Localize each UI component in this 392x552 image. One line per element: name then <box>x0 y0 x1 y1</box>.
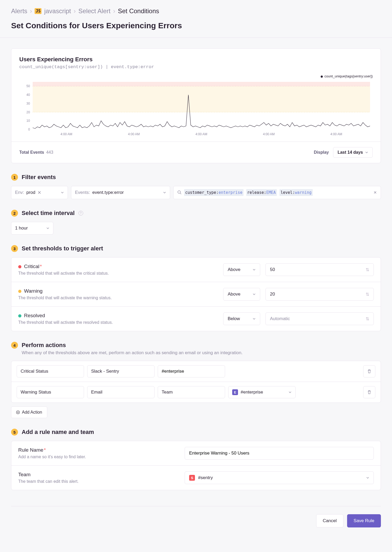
svg-text:30: 30 <box>26 102 30 105</box>
step-number-2: 2 <box>11 210 18 217</box>
help-icon[interactable]: ? <box>78 211 83 216</box>
trash-icon <box>367 369 371 373</box>
trash-icon <box>367 390 371 394</box>
threshold-row-resolved: Resolved The threshold that will activat… <box>11 306 381 331</box>
page-title: Set Conditions for Users Experiencing Er… <box>11 21 381 38</box>
chevron-down-icon <box>163 191 166 194</box>
chevron-down-icon <box>253 293 256 296</box>
thresholds-panel: Critical* The threshold that will activa… <box>11 257 381 331</box>
svg-text:20: 20 <box>26 110 30 114</box>
action-target-input[interactable] <box>158 365 225 377</box>
delete-action-button[interactable] <box>363 365 375 377</box>
action-row-1: Critical Status Slack - Sentry <box>11 361 381 382</box>
chart-legend: count_unique(tags[sentry:user]) <box>19 74 373 78</box>
resolved-direction-select[interactable]: Below <box>223 312 260 325</box>
critical-value-input[interactable]: ⇅ <box>265 263 374 276</box>
step-number-3: 3 <box>11 245 18 252</box>
stepper-icon[interactable]: ⇅ <box>366 292 369 297</box>
clear-icon[interactable]: ✕ <box>374 190 377 195</box>
chevron-down-icon <box>75 370 80 373</box>
step-number-4: 4 <box>11 342 18 349</box>
events-select[interactable]: Events: event.type:error <box>71 186 170 199</box>
threshold-row-critical: Critical* The threshold that will activa… <box>11 258 381 282</box>
clear-icon[interactable]: ✕ <box>38 190 41 195</box>
chevron-down-icon <box>75 391 80 394</box>
dot-green-icon <box>18 314 21 317</box>
footer-actions: Cancel Save Rule <box>11 506 381 527</box>
action-status-select[interactable]: Warning Status <box>17 386 84 398</box>
env-select[interactable]: Env: prod ✕ <box>11 186 68 199</box>
chevron-right-icon: › <box>74 7 76 15</box>
chevron-down-icon <box>146 370 151 373</box>
breadcrumb-current: Set Conditions <box>118 7 159 15</box>
step-title-filter: Filter events <box>22 174 56 181</box>
chart-area[interactable]: 504030201004:00 AM4:00 AM4:00 AM4:00 AM4… <box>19 79 373 137</box>
chevron-down-icon <box>365 151 368 154</box>
actions-panel: Critical Status Slack - Sentry Warning S… <box>11 361 381 403</box>
delete-action-button[interactable] <box>363 386 375 398</box>
chevron-down-icon <box>253 317 256 320</box>
breadcrumb: Alerts › JS javascript › Select Alert › … <box>11 5 381 21</box>
search-input[interactable]: customer_type:enterprise release:EMEA le… <box>173 186 381 199</box>
threshold-row-warning: Warning The threshold that will activate… <box>11 282 381 306</box>
chevron-right-icon: › <box>113 7 115 15</box>
action-scope-select[interactable]: Team <box>158 386 225 398</box>
action-team-select[interactable]: E #enterprise <box>228 386 296 398</box>
svg-line-16 <box>180 193 181 194</box>
save-button[interactable]: Save Rule <box>347 514 381 527</box>
action-status-select[interactable]: Critical Status <box>17 365 84 377</box>
svg-text:40: 40 <box>26 93 30 97</box>
svg-text:4:00 AM: 4:00 AM <box>330 132 342 136</box>
stepper-icon[interactable]: ⇅ <box>366 267 369 273</box>
divider <box>0 38 392 38</box>
action-channel-select[interactable]: Slack - Sentry <box>87 365 155 377</box>
action-channel-select[interactable]: Email <box>87 386 155 398</box>
legend-dot-icon <box>321 76 323 78</box>
interval-select[interactable]: 1 hour <box>11 222 53 235</box>
critical-direction-select[interactable]: Above <box>223 263 260 276</box>
chevron-down-icon <box>366 476 369 479</box>
line-chart: 504030201004:00 AM4:00 AM4:00 AM4:00 AM4… <box>19 79 373 137</box>
svg-text:10: 10 <box>26 119 30 123</box>
rule-panel: Rule Name* Add a name so it's easy to fi… <box>11 441 381 490</box>
breadcrumb-select-alert[interactable]: Select Alert <box>78 7 110 15</box>
rule-team-row: Team The team that can edit this alert. … <box>11 465 381 490</box>
total-events: Total Events443 <box>19 150 53 155</box>
chevron-down-icon <box>216 391 221 394</box>
step-title-actions: Perform actions <box>22 342 66 349</box>
svg-text:4:00 AM: 4:00 AM <box>128 132 140 136</box>
cancel-button[interactable]: Cancel <box>316 514 343 527</box>
resolved-value-input[interactable]: ⇅ <box>265 312 374 325</box>
chevron-down-icon <box>61 191 64 194</box>
add-action-button[interactable]: Add Action <box>11 406 47 418</box>
chart-subtitle: count_unique(tags[sentry:user]) | event.… <box>19 64 373 69</box>
action-row-2: Warning Status Email Team E #enterprise <box>11 382 381 403</box>
step-subtitle-actions: When any of the thresholds above are met… <box>22 350 381 355</box>
chevron-down-icon <box>46 227 49 230</box>
step-title-interval: Select time interval <box>22 210 75 217</box>
team-badge-icon: S <box>189 475 195 481</box>
breadcrumb-project[interactable]: javascript <box>44 7 71 15</box>
js-badge: JS <box>35 8 41 14</box>
breadcrumb-alerts[interactable]: Alerts <box>11 7 27 15</box>
svg-text:4:00 AM: 4:00 AM <box>60 132 72 136</box>
step-number-1: 1 <box>11 174 18 181</box>
chevron-right-icon: › <box>30 7 32 15</box>
rule-name-row: Rule Name* Add a name so it's easy to fi… <box>11 441 381 465</box>
stepper-icon[interactable]: ⇅ <box>366 316 369 322</box>
svg-text:0: 0 <box>28 128 30 131</box>
dot-yellow-icon <box>18 290 21 293</box>
plus-circle-icon <box>16 410 20 414</box>
chevron-down-icon <box>146 391 151 394</box>
svg-rect-0 <box>33 82 370 86</box>
rule-team-select[interactable]: S #sentry <box>185 471 374 484</box>
dot-red-icon <box>18 265 21 268</box>
chevron-down-icon <box>253 268 256 271</box>
display-range-select[interactable]: Last 14 days <box>333 147 373 158</box>
rule-name-input[interactable] <box>185 447 374 460</box>
warning-direction-select[interactable]: Above <box>223 288 260 301</box>
chevron-down-icon <box>288 391 292 394</box>
chart-panel: Users Experiencing Errors count_unique(t… <box>11 48 381 163</box>
warning-value-input[interactable]: ⇅ <box>265 288 374 301</box>
svg-text:50: 50 <box>26 84 30 88</box>
